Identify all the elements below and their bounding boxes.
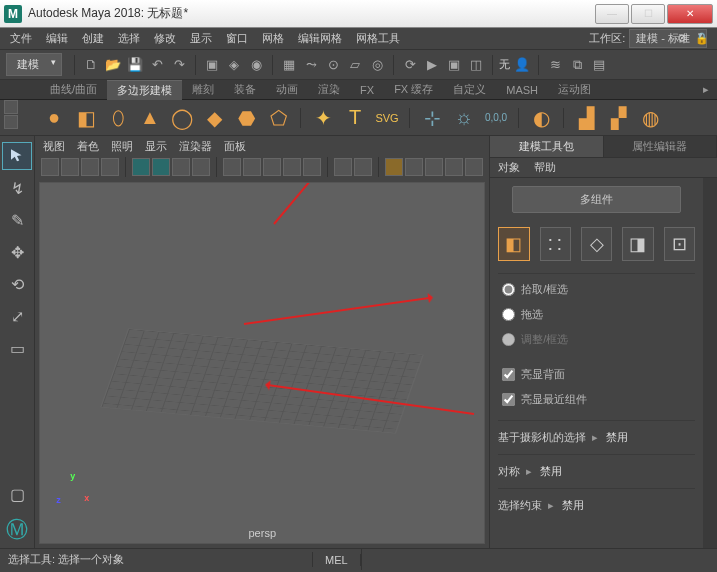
rotate-tool[interactable]: ⟲ (2, 270, 32, 298)
expand-icon[interactable]: ▸ (592, 431, 598, 444)
shelf-scroll-right-icon[interactable]: ▸ (703, 83, 709, 96)
highlight-nearest-check[interactable] (502, 393, 515, 406)
vp-menu-renderer[interactable]: 渲染器 (179, 139, 212, 154)
poly-cube-icon[interactable]: ◧ (72, 104, 100, 132)
shelf-menu-icon[interactable] (4, 115, 18, 129)
select-obj-icon[interactable]: ◈ (224, 55, 244, 75)
vp-wireframe-icon[interactable] (223, 158, 241, 176)
shelf-tab-curves[interactable]: 曲线/曲面 (40, 80, 107, 99)
snap-live-icon[interactable]: ◎ (367, 55, 387, 75)
render-settings-icon[interactable]: ◫ (466, 55, 486, 75)
vp-gatemask-icon[interactable] (192, 158, 210, 176)
shelf-tab-motion[interactable]: 运动图 (548, 80, 601, 99)
vp-xray-icon[interactable] (354, 158, 372, 176)
vp-menu-view[interactable]: 视图 (43, 139, 65, 154)
ipr-icon[interactable]: ▣ (444, 55, 464, 75)
highlight-back-check[interactable] (502, 368, 515, 381)
shelf-tab-polymodel[interactable]: 多边形建模 (107, 80, 182, 100)
account-icon[interactable]: 👤 (512, 55, 532, 75)
poly-cone-icon[interactable]: ▲ (136, 104, 164, 132)
menu-modify[interactable]: 修改 (154, 31, 176, 46)
close-button[interactable]: ✕ (667, 4, 713, 24)
menu-editmesh[interactable]: 编辑网格 (298, 31, 342, 46)
settings-icon[interactable]: ⚙ (677, 32, 687, 45)
scale-tool[interactable]: ⤢ (2, 302, 32, 330)
last-tool[interactable]: ▭ (2, 334, 32, 362)
menu-create[interactable]: 创建 (82, 31, 104, 46)
menu-window[interactable]: 窗口 (226, 31, 248, 46)
vp-polys-icon[interactable] (385, 158, 403, 176)
smooth-icon[interactable]: ◍ (636, 104, 664, 132)
redo-icon[interactable]: ↷ (169, 55, 189, 75)
lasso-tool[interactable]: ↯ (2, 174, 32, 202)
reset-xform-icon[interactable]: 0,0,0 (482, 104, 510, 132)
select-tool[interactable] (2, 142, 32, 170)
mtk-menu-object[interactable]: 对象 (498, 160, 520, 175)
command-input[interactable] (361, 549, 717, 570)
menu-select[interactable]: 选择 (118, 31, 140, 46)
object-mode-icon[interactable]: ◧ (498, 227, 529, 261)
vp-menu-lighting[interactable]: 照明 (111, 139, 133, 154)
mtk-menu-help[interactable]: 帮助 (534, 160, 556, 175)
vp-nurbs-icon[interactable] (405, 158, 423, 176)
vp-lights-icon[interactable] (283, 158, 301, 176)
right-scrollbar[interactable] (703, 178, 717, 548)
minimize-button[interactable]: — (595, 4, 629, 24)
render-icon[interactable]: ▶ (422, 55, 442, 75)
snap-plane-icon[interactable]: ▱ (345, 55, 365, 75)
undo-icon[interactable]: ↶ (147, 55, 167, 75)
vp-menu-show[interactable]: 显示 (145, 139, 167, 154)
face-mode-icon[interactable]: ◨ (622, 227, 653, 261)
mirror-icon[interactable]: ◐ (527, 104, 555, 132)
poly-star-icon[interactable]: ✦ (309, 104, 337, 132)
constraint-value[interactable]: 禁用 (562, 498, 584, 513)
vp-shaded-icon[interactable] (243, 158, 261, 176)
tab-attribute-editor[interactable]: 属性编辑器 (604, 136, 717, 157)
vp-cam-select-icon[interactable] (41, 158, 59, 176)
vp-menu-shading[interactable]: 着色 (77, 139, 99, 154)
vp-grid-icon[interactable] (132, 158, 150, 176)
save-scene-icon[interactable]: 💾 (125, 55, 145, 75)
camera-sel-value[interactable]: 禁用 (606, 430, 628, 445)
shelf-tab-custom[interactable]: 自定义 (443, 80, 496, 99)
expand-icon[interactable]: ▸ (526, 465, 532, 478)
history-icon[interactable]: ⟳ (400, 55, 420, 75)
poly-sphere-icon[interactable]: ● (40, 104, 68, 132)
vp-lights2-icon[interactable] (425, 158, 443, 176)
menu-edit[interactable]: 编辑 (46, 31, 68, 46)
vp-isolate-icon[interactable] (334, 158, 352, 176)
poly-torus-icon[interactable]: ◯ (168, 104, 196, 132)
vp-imageplane-icon[interactable] (101, 158, 119, 176)
vp-texture-icon[interactable] (263, 158, 281, 176)
vp-resgate-icon[interactable] (172, 158, 190, 176)
menu-display[interactable]: 显示 (190, 31, 212, 46)
drag-radio[interactable] (502, 308, 515, 321)
select-comp-icon[interactable]: ◉ (246, 55, 266, 75)
shelf-tab-sculpt[interactable]: 雕刻 (182, 80, 224, 99)
shelf-toggle-icon[interactable] (4, 100, 18, 114)
vp-shadows-icon[interactable] (303, 158, 321, 176)
shelf-tab-anim[interactable]: 动画 (266, 80, 308, 99)
open-scene-icon[interactable]: 📂 (103, 55, 123, 75)
shelf-tab-mash[interactable]: MASH (496, 82, 548, 98)
vp-bookmark-icon[interactable] (81, 158, 99, 176)
soft-select-icon[interactable]: ☼ (450, 104, 478, 132)
shelf-tab-render[interactable]: 渲染 (308, 80, 350, 99)
xgen-icon[interactable]: ≋ (545, 55, 565, 75)
viewport-canvas[interactable]: y x z persp (39, 182, 485, 544)
panel-layout-icon[interactable]: ▤ (589, 55, 609, 75)
vp-filmgate-icon[interactable] (152, 158, 170, 176)
vp-menu-panels[interactable]: 面板 (224, 139, 246, 154)
vp-joints-icon[interactable] (465, 158, 483, 176)
poly-svg-icon[interactable]: SVG (373, 104, 401, 132)
uv-mode-icon[interactable]: ⊡ (664, 227, 695, 261)
shelf-tab-rigging[interactable]: 装备 (224, 80, 266, 99)
poly-plane-icon[interactable]: ◆ (200, 104, 228, 132)
layout-single-icon[interactable]: ▢ (2, 480, 32, 508)
vp-cams-icon[interactable] (445, 158, 463, 176)
multi-component-button[interactable]: 多组件 (512, 186, 681, 213)
vertex-mode-icon[interactable]: ⸬ (540, 227, 571, 261)
poly-disc-icon[interactable]: ⬣ (232, 104, 260, 132)
new-scene-icon[interactable]: 🗋 (81, 55, 101, 75)
maximize-button[interactable]: ☐ (631, 4, 665, 24)
